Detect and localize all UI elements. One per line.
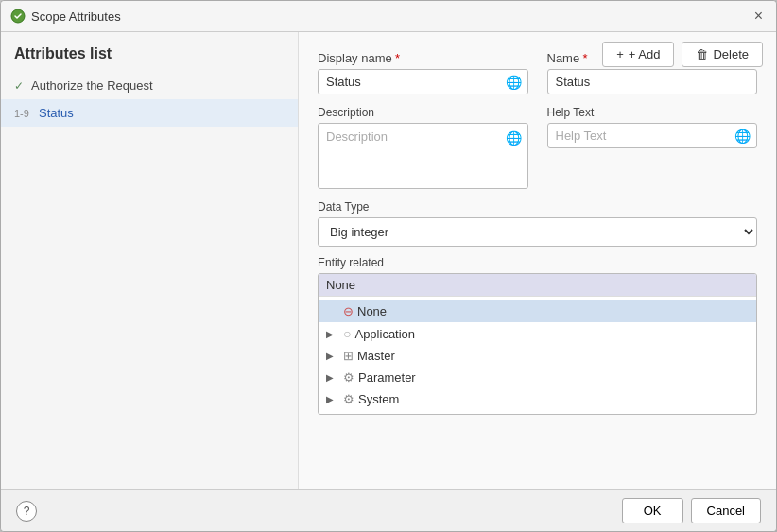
tree-item-system-label: System	[358, 392, 399, 406]
delete-button[interactable]: 🗑 Delete	[682, 42, 763, 67]
application-icon: ○	[343, 326, 351, 341]
tree-item-system[interactable]: ▶ ⚙ System	[319, 388, 756, 410]
toggle-application: ▶	[326, 329, 339, 339]
app-icon	[10, 9, 26, 24]
form-row-desc: Description 🌐 Help Text 🌐	[318, 106, 757, 189]
tree-item-application[interactable]: ▶ ○ Application	[319, 322, 756, 345]
tree-item-application-label: Application	[354, 327, 415, 341]
sidebar-item-status-label: Status	[39, 106, 74, 120]
main-panel: + + Add 🗑 Delete Display name *	[299, 32, 776, 489]
description-label: Description	[318, 106, 528, 119]
data-type-select[interactable]: Big integer String Integer Boolean Date …	[318, 217, 757, 247]
globe-icon-desc[interactable]: 🌐	[506, 130, 522, 146]
tree-item-parameter-label: Parameter	[358, 370, 416, 385]
display-name-input[interactable]	[318, 69, 528, 94]
display-name-label: Display name *	[318, 51, 528, 65]
toggle-system: ▶	[326, 394, 339, 404]
entity-related-section: Entity related None ⊖ None ▶ ○ Applicati…	[318, 256, 757, 415]
help-button[interactable]: ?	[16, 501, 37, 522]
main-content: Attributes list ✓ Authorize the Request …	[1, 32, 776, 489]
name-input-wrapper	[547, 69, 758, 94]
tree-selected-display: None	[319, 274, 756, 297]
bottom-bar: ? OK Cancel	[1, 489, 776, 531]
help-text-label: Help Text	[547, 106, 758, 119]
sidebar-item-authorize-label: Authorize the Request	[31, 78, 153, 93]
title-bar-left: Scope Attributes	[10, 9, 121, 24]
sidebar-header: Attributes list	[1, 42, 298, 72]
title-text: Scope Attributes	[31, 9, 121, 24]
ok-button[interactable]: OK	[622, 498, 683, 523]
help-text-input[interactable]	[547, 123, 758, 148]
tree-item-master-label: Master	[357, 349, 395, 363]
master-icon: ⊞	[343, 349, 354, 363]
toggle-parameter: ▶	[326, 372, 339, 383]
delete-label: Delete	[713, 47, 749, 61]
description-textarea[interactable]	[318, 123, 528, 189]
data-type-label: Data Type	[318, 200, 757, 214]
tree-container: None ⊖ None ▶ ○ Application	[318, 273, 757, 415]
globe-icon-help[interactable]: 🌐	[734, 129, 751, 144]
tree-item-none[interactable]: ⊖ None	[319, 300, 756, 322]
sidebar-item-status-num: 1-9	[14, 108, 31, 119]
title-bar: Scope Attributes ×	[1, 1, 776, 32]
toggle-master: ▶	[326, 351, 339, 361]
close-button[interactable]: ×	[751, 7, 767, 26]
tree-item-none-label: None	[357, 304, 387, 318]
help-text-input-wrapper: 🌐	[547, 123, 758, 148]
add-button[interactable]: + + Add	[602, 42, 674, 67]
data-type-select-wrapper: Big integer String Integer Boolean Date …	[318, 217, 757, 247]
sidebar-item-authorize[interactable]: ✓ Authorize the Request	[1, 72, 298, 99]
add-icon: +	[616, 47, 624, 61]
system-icon: ⚙	[343, 392, 354, 406]
display-name-group: Display name * 🌐	[318, 51, 528, 94]
sidebar: Attributes list ✓ Authorize the Request …	[1, 32, 299, 489]
globe-icon-display[interactable]: 🌐	[506, 75, 522, 90]
sidebar-item-status[interactable]: 1-9 Status	[1, 99, 298, 127]
dialog: Scope Attributes × Attributes list ✓ Aut…	[0, 0, 777, 532]
description-group: Description 🌐	[318, 106, 528, 189]
name-required: *	[583, 51, 588, 65]
help-text-group: Help Text 🌐	[547, 106, 758, 189]
display-name-required: *	[395, 51, 400, 65]
cancel-button[interactable]: Cancel	[691, 498, 761, 523]
display-name-input-wrapper: 🌐	[318, 69, 528, 94]
entity-related-label: Entity related	[318, 256, 757, 269]
add-label: + Add	[629, 47, 661, 61]
tree-item-parameter[interactable]: ▶ ⚙ Parameter	[319, 367, 756, 388]
none-icon: ⊖	[343, 304, 354, 318]
bottom-actions: OK Cancel	[622, 498, 761, 523]
name-input[interactable]	[547, 69, 758, 94]
description-input-wrapper: 🌐	[318, 123, 528, 189]
delete-icon: 🗑	[696, 47, 708, 61]
checkmark-icon: ✓	[14, 79, 24, 93]
tree-body: ⊖ None ▶ ○ Application ▶ ⊞ Master	[319, 297, 756, 414]
top-actions: + + Add 🗑 Delete	[602, 42, 763, 67]
parameter-icon: ⚙	[343, 370, 354, 385]
tree-item-master[interactable]: ▶ ⊞ Master	[319, 345, 756, 367]
data-type-group: Data Type Big integer String Integer Boo…	[318, 200, 757, 247]
